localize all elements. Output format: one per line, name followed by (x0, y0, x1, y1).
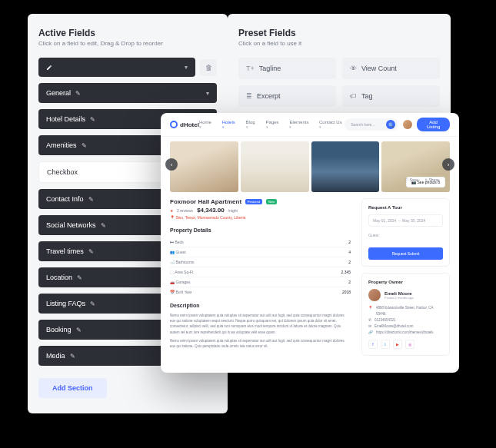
mail-icon: ✉ (368, 324, 371, 330)
gallery-prev-button[interactable]: ‹ (165, 158, 178, 171)
gallery-photo[interactable] (241, 141, 309, 192)
price-unit: /night (228, 208, 238, 213)
twitter-icon[interactable]: t (381, 340, 390, 349)
active-fields-title: Active Fields (38, 28, 217, 38)
instagram-icon[interactable]: ◎ (405, 340, 414, 349)
pen-icon: ✎ (76, 327, 82, 334)
badge-new: New (266, 199, 277, 204)
owner-name: Emeli Moore (384, 291, 414, 296)
pin-icon: 📍 (368, 305, 373, 317)
nav-hotels[interactable]: Hotels (222, 120, 238, 129)
pen-icon: ✎ (70, 353, 75, 360)
listing-preview-card: dHotel Home Hotels Blog Pages Elements C… (161, 113, 459, 373)
pen-icon: ✎ (88, 196, 94, 203)
gallery-next-button[interactable]: › (442, 158, 454, 171)
owner-subtitle: Posted 2 months ago (384, 296, 414, 300)
date-range-input[interactable]: May 01, 2024 → May 30, 2024 (368, 214, 443, 227)
listing-title: Foxmoor Hall Apartment (170, 198, 241, 205)
text-icon: T+ (246, 65, 255, 72)
preset-tag[interactable]: 🏷Tag (342, 85, 440, 107)
pen-icon: ✎ (77, 274, 82, 281)
logo-icon (170, 121, 178, 128)
pen-icon: ✎ (90, 300, 95, 307)
tag-icon: 🏷 (350, 92, 357, 100)
share-button[interactable]: ⇪ Share (424, 178, 439, 182)
lines-icon: ≣ (246, 92, 252, 100)
nav-blog[interactable]: Blog (246, 120, 258, 129)
location-text: 📍 Sisu, Tewor, Montserrado County, Liber… (170, 215, 351, 220)
preview-topbar: dHotel Home Hotels Blog Pages Elements C… (161, 113, 459, 137)
guest-input[interactable]: Guest (368, 231, 443, 240)
save-button[interactable]: ♡ Save (405, 178, 418, 182)
pen-icon: ✎ (101, 222, 106, 229)
youtube-icon[interactable]: ▶ (393, 340, 402, 349)
property-owner-title: Property Owner (368, 280, 443, 284)
nav-pages[interactable]: Pages (266, 120, 282, 129)
active-fields-subtitle: Click on a field to edit, Drag & Drop to… (38, 40, 217, 47)
preset-excerpt[interactable]: ≣Excerpt (238, 85, 336, 107)
preset-view-count[interactable]: 👁View Count (342, 58, 440, 79)
star-icon: ★ (170, 208, 173, 213)
chevron-down-icon: ▾ (185, 64, 188, 71)
avatar[interactable] (403, 120, 412, 129)
pen-icon: ✎ (88, 248, 94, 255)
field-untitled[interactable]: ▾ (38, 58, 195, 77)
chevron-down-icon: ▾ (206, 90, 209, 97)
pen-icon: ✎ (90, 116, 95, 123)
owner-contact: 📍4890 Edwardsville Street, Harbor, CA 93… (368, 305, 443, 336)
property-owner-widget: Property Owner Emeli MoorePosted 2 month… (361, 273, 450, 356)
search-icon[interactable]: 🔍 (386, 120, 395, 129)
pen-icon: ✎ (82, 142, 87, 149)
add-listing-button[interactable]: Add Listing (417, 118, 450, 131)
description-title: Description (170, 303, 351, 308)
gallery-photo[interactable] (170, 141, 238, 192)
pen-icon: ✎ (75, 90, 81, 97)
nav-elements[interactable]: Elements (289, 120, 311, 129)
listing-actions: ♡ Save ⇪ Share ··· (405, 178, 448, 182)
preset-tagline[interactable]: T+Tagline (238, 58, 336, 79)
photo-gallery: ‹ › 📷 See photos 8 (161, 137, 459, 192)
badge-featured: Featured (245, 199, 262, 204)
preset-fields-subtitle: Click on a field to use it (238, 40, 440, 47)
eye-icon: 👁 (350, 65, 357, 72)
property-details-title: Property Details (170, 227, 351, 233)
delete-button[interactable]: 🗑 (200, 59, 217, 76)
nav: Home Hotels Blog Pages Elements Contact … (199, 120, 345, 129)
price: $4,343.00 (197, 207, 225, 214)
phone-icon: ✆ (368, 317, 371, 324)
nav-home[interactable]: Home (199, 120, 215, 129)
brand[interactable]: dHotel (170, 121, 199, 128)
search-input[interactable]: Search here...🔍 (345, 118, 398, 131)
owner-avatar[interactable] (368, 289, 381, 301)
request-tour-widget: Request A Tour May 01, 2024 → May 30, 20… (361, 198, 450, 267)
request-submit-button[interactable]: Request Submit (368, 247, 443, 260)
pen-icon (46, 65, 52, 71)
reviews-count: 2 reviews (177, 208, 193, 213)
more-button[interactable]: ··· (445, 178, 448, 182)
property-details: 🛏 Beds2 👥 Guest4 🛁 Bathrooms2 ⬚ Area Sq-… (170, 237, 351, 297)
description-text: Nemo enim ipsam voluptatem quia voluptas… (170, 313, 351, 349)
gallery-photo[interactable] (311, 141, 380, 192)
facebook-icon[interactable]: f (368, 340, 378, 349)
request-tour-title: Request A Tour (368, 205, 443, 210)
add-section-button[interactable]: Add Section (38, 378, 107, 398)
nav-contact[interactable]: Contact Us (319, 120, 345, 129)
link-icon: 🔗 (368, 330, 373, 336)
preset-fields-title: Preset Fields (238, 28, 440, 38)
field-general[interactable]: General✎▾ (38, 83, 217, 103)
